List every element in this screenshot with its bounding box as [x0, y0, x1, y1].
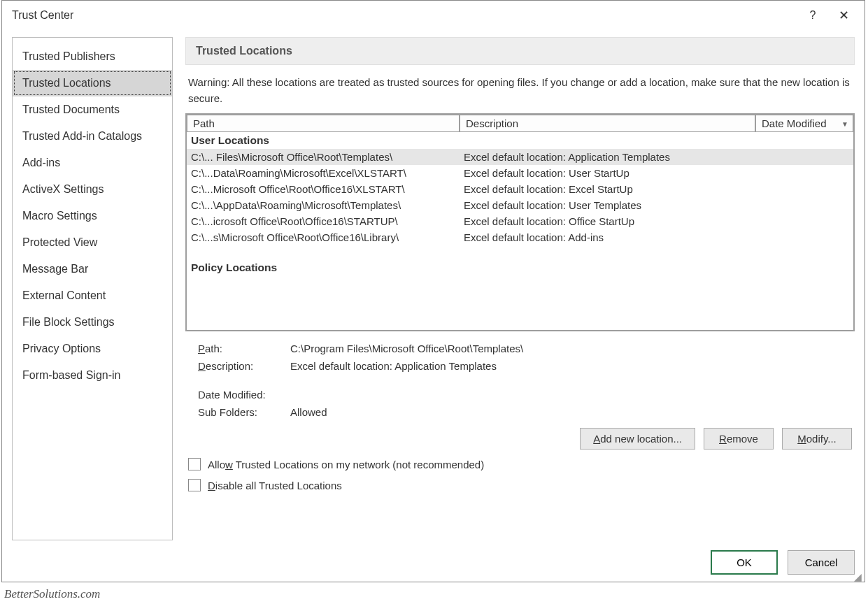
table-row[interactable]: C:\...Microsoft Office\Root\Office16\XLS… — [187, 181, 853, 197]
detail-description-label: Description: — [198, 360, 290, 372]
policy-locations-label: Policy Locations — [187, 259, 853, 276]
sidebar-item-label: Trusted Documents — [22, 103, 120, 115]
sidebar-item-label: Add-ins — [22, 157, 60, 168]
disable-all-checkbox-row[interactable]: Disable all Trusted Locations — [185, 475, 855, 496]
watermark: BetterSolutions.com — [4, 587, 100, 601]
trust-center-dialog: Trust Center ? ✕ Trusted Publishers Trus… — [1, 0, 865, 582]
resize-grip-icon[interactable]: ◢ — [854, 572, 864, 582]
sidebar-item-label: Trusted Publishers — [22, 50, 115, 62]
grid-header: Path Description Date Modified ▼ — [187, 115, 853, 132]
cell-path: C:\...icrosoft Office\Root\Office16\STAR… — [187, 215, 460, 228]
help-icon: ? — [810, 9, 816, 22]
sidebar-item-label: Privacy Options — [22, 343, 101, 354]
detail-subfolders-value: Allowed — [290, 406, 852, 418]
sidebar-item-trusted-locations[interactable]: Trusted Locations — [13, 70, 172, 96]
cell-date — [755, 182, 853, 196]
detail-date-value — [290, 389, 852, 401]
warning-text: Warning: All these locations are treated… — [185, 65, 855, 113]
sidebar-item-trusted-addin-catalogs[interactable]: Trusted Add-in Catalogs — [13, 123, 172, 150]
user-locations-label: User Locations — [187, 132, 853, 149]
table-row[interactable]: C:\...Data\Roaming\Microsoft\Excel\XLSTA… — [187, 165, 853, 181]
sidebar-item-label: File Block Settings — [22, 316, 115, 328]
detail-description-value: Excel default location: Application Temp… — [290, 360, 852, 372]
sidebar-item-protected-view[interactable]: Protected View — [13, 229, 172, 256]
cell-description: Excel default location: Application Temp… — [460, 150, 755, 164]
window-title: Trust Center — [12, 9, 797, 22]
cell-description: Excel default location: User StartUp — [460, 166, 755, 180]
sidebar-item-label: Trusted Add-in Catalogs — [22, 130, 142, 142]
title-bar: Trust Center ? ✕ — [2, 1, 865, 30]
main-panel: Trusted Locations Warning: All these loc… — [185, 37, 855, 540]
dialog-footer: OK Cancel — [2, 545, 865, 582]
sidebar-item-message-bar[interactable]: Message Bar — [13, 256, 172, 282]
column-header-label: Description — [466, 117, 518, 129]
sidebar-item-add-ins[interactable]: Add-ins — [13, 150, 172, 176]
grid-body: User Locations C:\... Files\Microsoft Of… — [187, 132, 853, 330]
sidebar-item-label: External Content — [22, 289, 106, 301]
table-row[interactable]: C:\...\AppData\Roaming\Microsoft\Templat… — [187, 197, 853, 213]
detail-subfolders-label: Sub Folders: — [198, 406, 290, 418]
sidebar: Trusted Publishers Trusted Locations Tru… — [12, 37, 173, 540]
cell-date — [755, 150, 853, 164]
sidebar-item-file-block-settings[interactable]: File Block Settings — [13, 309, 172, 336]
modify-button[interactable]: Modify... — [782, 428, 852, 450]
sidebar-item-activex-settings[interactable]: ActiveX Settings — [13, 176, 172, 203]
sidebar-item-label: ActiveX Settings — [22, 183, 104, 195]
checkbox-icon[interactable] — [188, 458, 201, 470]
cell-path: C:\...Microsoft Office\Root\Office16\XLS… — [187, 182, 460, 196]
sidebar-item-form-based-signin[interactable]: Form-based Sign-in — [13, 362, 172, 389]
cancel-button[interactable]: Cancel — [788, 550, 855, 575]
detail-path-value: C:\Program Files\Microsoft Office\Root\T… — [290, 343, 852, 354]
sidebar-item-privacy-options[interactable]: Privacy Options — [13, 336, 172, 362]
dialog-body: Trusted Publishers Trusted Locations Tru… — [2, 30, 865, 545]
detail-path-label: Path: — [198, 343, 290, 354]
sidebar-item-label: Trusted Locations — [22, 77, 111, 89]
table-row[interactable]: C:\... Files\Microsoft Office\Root\Templ… — [187, 149, 853, 165]
cell-date — [755, 231, 853, 244]
cell-description: Excel default location: User Templates — [460, 199, 755, 212]
cell-description: Excel default location: Excel StartUp — [460, 182, 755, 196]
column-header-label: Date Modified — [762, 117, 827, 129]
close-icon: ✕ — [839, 8, 849, 23]
column-header-description[interactable]: Description — [460, 115, 755, 132]
column-header-date-modified[interactable]: Date Modified ▼ — [755, 115, 853, 132]
sidebar-item-trusted-publishers[interactable]: Trusted Publishers — [13, 43, 172, 70]
allow-network-checkbox-row[interactable]: Allow Trusted Locations on my network (n… — [185, 454, 855, 475]
table-row[interactable]: C:\...icrosoft Office\Root\Office16\STAR… — [187, 213, 853, 229]
close-button[interactable]: ✕ — [828, 4, 859, 27]
cell-path: C:\... Files\Microsoft Office\Root\Templ… — [187, 150, 460, 164]
sidebar-item-label: Protected View — [22, 236, 97, 248]
column-header-label: Path — [193, 117, 215, 129]
cell-description: Excel default location: Add-ins — [460, 231, 755, 244]
detail-date-label: Date Modified: — [198, 389, 290, 401]
sidebar-item-external-content[interactable]: External Content — [13, 282, 172, 309]
section-header: Trusted Locations — [185, 37, 855, 65]
checkbox-icon[interactable] — [188, 479, 201, 491]
help-button[interactable]: ? — [797, 4, 828, 27]
sort-descending-icon: ▼ — [841, 120, 848, 127]
cell-path: C:\...\AppData\Roaming\Microsoft\Templat… — [187, 199, 460, 212]
column-header-path[interactable]: Path — [187, 115, 460, 132]
cell-date — [755, 199, 853, 212]
sidebar-item-label: Form-based Sign-in — [22, 369, 121, 381]
cell-description: Excel default location: Office StartUp — [460, 215, 755, 228]
cell-date — [755, 166, 853, 180]
cell-path: C:\...Data\Roaming\Microsoft\Excel\XLSTA… — [187, 166, 460, 180]
sidebar-item-trusted-documents[interactable]: Trusted Documents — [13, 96, 172, 123]
checkbox-label: Disable all Trusted Locations — [208, 480, 342, 491]
location-details: Path: C:\Program Files\Microsoft Office\… — [185, 331, 855, 424]
checkbox-label: Allow Trusted Locations on my network (n… — [208, 459, 484, 470]
action-button-row: Add new location... Remove Modify... — [185, 424, 855, 454]
remove-button[interactable]: Remove — [704, 428, 774, 450]
locations-grid: Path Description Date Modified ▼ User Lo… — [185, 113, 855, 331]
cell-path: C:\...s\Microsoft Office\Root\Office16\L… — [187, 231, 460, 244]
cell-date — [755, 215, 853, 228]
table-row[interactable]: C:\...s\Microsoft Office\Root\Office16\L… — [187, 229, 853, 245]
add-new-location-button[interactable]: Add new location... — [580, 428, 695, 450]
sidebar-item-label: Message Bar — [22, 263, 88, 275]
ok-button[interactable]: OK — [711, 550, 778, 575]
sidebar-item-macro-settings[interactable]: Macro Settings — [13, 203, 172, 229]
sidebar-item-label: Macro Settings — [22, 210, 97, 222]
